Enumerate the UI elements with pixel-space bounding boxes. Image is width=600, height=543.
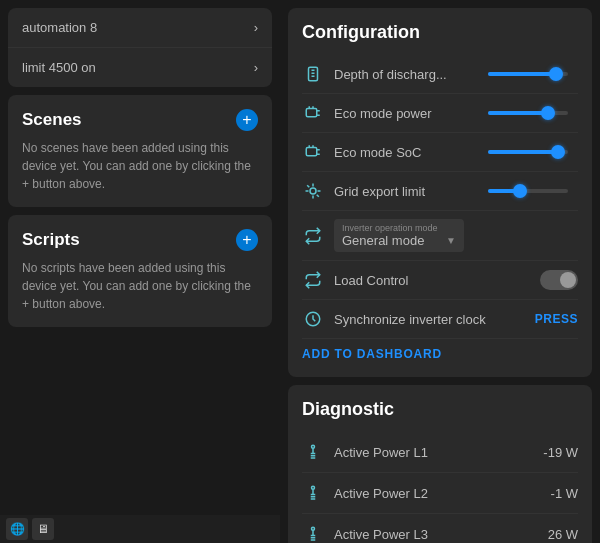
dropdown-arrow-icon: ▼: [446, 235, 456, 246]
eco-soc-track: [488, 150, 568, 154]
automation-list: automation 8 › limit 4500 on ›: [8, 8, 272, 87]
scenes-card-header: Scenes +: [22, 109, 258, 131]
configuration-card: Configuration Depth of discharg...: [288, 8, 592, 377]
inverter-mode-icon: [302, 225, 324, 247]
scripts-card-header: Scripts +: [22, 229, 258, 251]
eco-soc-thumb: [551, 145, 565, 159]
active-l3-label: Active Power L3: [334, 527, 528, 542]
inverter-mode-value-row: General mode ▼: [342, 233, 456, 248]
eco-power-fill: [488, 111, 548, 115]
load-control-icon: [302, 269, 324, 291]
automation-item-2-label: limit 4500 on: [22, 60, 96, 75]
taskbar-icon-2[interactable]: 🖥: [32, 518, 54, 540]
svg-rect-4: [306, 109, 317, 117]
grid-export-slider[interactable]: [488, 189, 578, 193]
eco-soc-icon: [302, 141, 324, 163]
depth-slider[interactable]: [488, 72, 578, 76]
config-eco-power: Eco mode power: [302, 94, 578, 133]
sync-clock-press-button[interactable]: PRESS: [535, 312, 578, 326]
diag-active-l2: Active Power L2 -1 W: [302, 473, 578, 514]
grid-export-icon: [302, 180, 324, 202]
active-l1-value: -19 W: [538, 445, 578, 460]
active-l2-label: Active Power L2: [334, 486, 528, 501]
add-to-dashboard-button[interactable]: ADD TO DASHBOARD: [302, 339, 442, 363]
active-l2-icon: [302, 482, 324, 504]
automation-item-1-label: automation 8: [22, 20, 97, 35]
depth-slider-fill: [488, 72, 556, 76]
svg-line-17: [307, 185, 309, 187]
eco-soc-fill: [488, 150, 558, 154]
depth-slider-thumb: [549, 67, 563, 81]
left-panel: automation 8 › limit 4500 on › Scenes + …: [0, 0, 280, 543]
depth-slider-track: [488, 72, 568, 76]
scripts-empty-text: No scripts have been added using this de…: [22, 259, 258, 313]
load-control-thumb: [560, 272, 576, 288]
scripts-card: Scripts + No scripts have been added usi…: [8, 215, 272, 327]
active-l3-icon: [302, 523, 324, 543]
diag-active-l1: Active Power L1 -19 W: [302, 432, 578, 473]
grid-export-track: [488, 189, 568, 193]
eco-power-track: [488, 111, 568, 115]
sync-clock-icon: [302, 308, 324, 330]
inverter-mode-sublabel: Inverter operation mode: [342, 223, 456, 233]
automation-item-2[interactable]: limit 4500 on ›: [8, 48, 272, 87]
active-l1-label: Active Power L1: [334, 445, 528, 460]
svg-line-18: [317, 195, 319, 197]
active-l2-value: -1 W: [538, 486, 578, 501]
config-grid-export: Grid export limit: [302, 172, 578, 211]
add-scene-button[interactable]: +: [236, 109, 258, 131]
load-control-label: Load Control: [334, 273, 530, 288]
chevron-icon-2: ›: [254, 60, 258, 75]
svg-point-14: [310, 188, 316, 194]
active-l3-value: 26 W: [538, 527, 578, 542]
eco-power-icon: [302, 102, 324, 124]
svg-point-27: [312, 486, 315, 489]
chevron-icon-1: ›: [254, 20, 258, 35]
add-script-button[interactable]: +: [236, 229, 258, 251]
active-l1-icon: [302, 441, 324, 463]
svg-point-32: [312, 527, 315, 530]
config-sync-clock: Synchronize inverter clock PRESS: [302, 300, 578, 339]
right-panel: Configuration Depth of discharg...: [280, 0, 600, 543]
config-inverter-mode: Inverter operation mode General mode ▼: [302, 211, 578, 261]
eco-power-thumb: [541, 106, 555, 120]
svg-rect-9: [306, 148, 317, 156]
grid-export-thumb: [513, 184, 527, 198]
automation-item-1[interactable]: automation 8 ›: [8, 8, 272, 48]
diagnostic-card: Diagnostic Active Power L1 -19 W: [288, 385, 592, 543]
depth-label: Depth of discharg...: [334, 67, 478, 82]
config-load-control: Load Control: [302, 261, 578, 300]
eco-soc-label: Eco mode SoC: [334, 145, 478, 160]
grid-export-label: Grid export limit: [334, 184, 478, 199]
diag-active-l3: Active Power L3 26 W: [302, 514, 578, 543]
sync-clock-label: Synchronize inverter clock: [334, 312, 525, 327]
inverter-mode-dropdown[interactable]: Inverter operation mode General mode ▼: [334, 219, 464, 252]
scripts-title: Scripts: [22, 230, 80, 250]
config-eco-soc: Eco mode SoC: [302, 133, 578, 172]
eco-soc-slider[interactable]: [488, 150, 578, 154]
configuration-title: Configuration: [302, 22, 578, 43]
taskbar-icon-1[interactable]: 🌐: [6, 518, 28, 540]
depth-icon: [302, 63, 324, 85]
eco-power-label: Eco mode power: [334, 106, 478, 121]
config-depth-discharge: Depth of discharg...: [302, 55, 578, 94]
inverter-mode-selected: General mode: [342, 233, 424, 248]
scenes-empty-text: No scenes have been added using this dev…: [22, 139, 258, 193]
svg-point-22: [312, 445, 315, 448]
eco-power-slider[interactable]: [488, 111, 578, 115]
scenes-card: Scenes + No scenes have been added using…: [8, 95, 272, 207]
load-control-toggle[interactable]: [540, 270, 578, 290]
taskbar: 🌐 🖥: [0, 515, 280, 543]
diagnostic-title: Diagnostic: [302, 399, 578, 420]
scenes-title: Scenes: [22, 110, 82, 130]
